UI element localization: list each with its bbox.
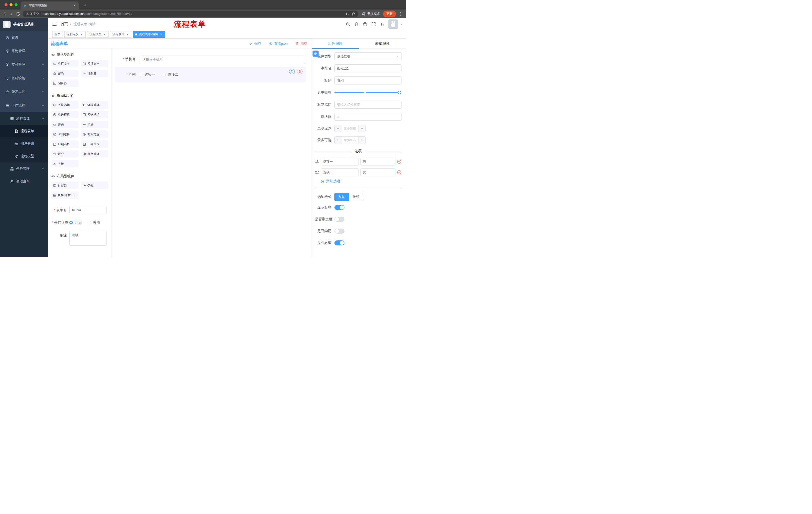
zoom-window-button[interactable] — [14, 3, 18, 6]
reload-button[interactable] — [16, 12, 20, 16]
minimize-window-button[interactable] — [9, 3, 12, 6]
palette-item[interactable]: 滑块 — [81, 121, 108, 128]
palette-item[interactable]: 表格[开发中] — [51, 191, 79, 199]
palette-item[interactable]: 单行文本 — [51, 60, 79, 67]
save-button[interactable]: 保存 — [249, 42, 261, 46]
sidebar-item-task-mgmt[interactable]: 任务管理 — [0, 162, 48, 175]
back-button[interactable] — [3, 12, 7, 16]
palette-item[interactable]: 123计数器 — [81, 70, 108, 77]
sidebar-item-leave-query[interactable]: 请假查询 — [0, 175, 48, 188]
style-default-button[interactable]: 默认 — [335, 193, 349, 201]
checkbox-option-1[interactable]: 选项一 — [139, 73, 155, 77]
user-menu-caret-icon[interactable] — [400, 23, 403, 26]
delete-field-button[interactable] — [297, 69, 302, 74]
component-type-select[interactable]: 多选框组 — [335, 52, 402, 60]
tag-close-icon[interactable]: × — [126, 33, 129, 36]
min-select-value[interactable]: 至少应选 — [342, 125, 358, 132]
palette-item[interactable]: 级联选择 — [81, 101, 108, 109]
palette-item[interactable]: 密码 — [51, 70, 79, 77]
password-manager-icon[interactable] — [345, 12, 349, 16]
new-tab-button[interactable]: + — [82, 2, 88, 8]
palette-item[interactable]: 时间选择 — [51, 131, 79, 138]
bookmark-star-icon[interactable] — [351, 12, 355, 16]
canvas-field-phone[interactable]: 手机号 — [115, 55, 306, 64]
tag-process-form[interactable]: 流程表单× — [110, 31, 132, 38]
clear-button[interactable]: 清空 — [295, 42, 308, 46]
palette-item[interactable]: 开关 — [51, 121, 79, 128]
forward-button[interactable] — [9, 12, 14, 16]
breadcrumb-root[interactable]: 首页 — [61, 22, 68, 26]
sidebar-item-system[interactable]: 系统管理 — [0, 44, 48, 58]
palette-item[interactable]: 多选框组 — [81, 111, 108, 118]
palette-item[interactable]: 颜色选择 — [81, 150, 108, 158]
browser-tab[interactable]: 芋道管理系统 × — [21, 1, 79, 9]
sidebar-item-process-model[interactable]: 流程模型 — [0, 150, 48, 162]
option-value-input[interactable] — [360, 158, 396, 165]
radio-open[interactable]: 开启 — [69, 220, 82, 225]
palette-item[interactable]: 按钮 — [81, 182, 108, 189]
address-bar[interactable]: 不安全 dashboard.yudao.iocoder.cn/bpm/manag… — [23, 10, 358, 17]
option-label-input[interactable] — [321, 168, 359, 176]
slider-track[interactable] — [335, 92, 400, 93]
max-select-value[interactable]: 最多可选 — [342, 137, 358, 143]
close-window-button[interactable] — [4, 3, 7, 6]
tag-process-model[interactable]: 流程模型× — [87, 31, 109, 38]
palette-item[interactable]: 上传 — [51, 160, 79, 167]
option-value-input[interactable] — [360, 168, 396, 176]
slider-handle[interactable] — [398, 91, 401, 94]
label-width-input[interactable] — [335, 101, 402, 109]
palette-item[interactable]: 日期选择 — [51, 140, 79, 148]
palette-item[interactable]: 行容器 — [51, 182, 79, 189]
decrease-button[interactable]: − — [335, 137, 342, 143]
fullscreen-icon[interactable] — [371, 22, 376, 26]
add-option-button[interactable]: 添加选项 — [321, 179, 402, 184]
browser-menu-icon[interactable] — [398, 12, 403, 16]
security-warning-badge[interactable]: 不安全 — [26, 12, 39, 16]
palette-item[interactable]: 时间范围 — [81, 131, 108, 138]
toggle-switch[interactable] — [335, 240, 344, 245]
remove-option-icon[interactable] — [397, 159, 402, 164]
link-icon-button[interactable] — [313, 51, 319, 57]
sidebar-item-process-mgmt[interactable]: 流程管理 — [0, 112, 48, 125]
help-icon[interactable] — [363, 22, 367, 26]
update-button[interactable]: 更新 — [383, 10, 396, 17]
remove-option-icon[interactable] — [397, 170, 402, 174]
canvas-field-gender[interactable]: 性别 选项一 选项二 — [115, 67, 306, 82]
palette-item[interactable]: 评分 — [51, 150, 79, 158]
tag-process-def[interactable]: 流程定义× — [64, 31, 86, 38]
palette-item[interactable]: 日期范围 — [81, 140, 108, 148]
drag-handle-icon[interactable] — [315, 160, 319, 164]
toggle-switch[interactable] — [335, 217, 344, 222]
sidebar-item-user-group[interactable]: 用户分组 — [0, 137, 48, 150]
checkbox-option-2[interactable]: 选项二 — [162, 73, 178, 77]
toggle-switch[interactable] — [335, 205, 344, 210]
sidebar-item-infra[interactable]: 基础设施 — [0, 72, 48, 85]
font-size-icon[interactable] — [380, 22, 384, 26]
default-value-input[interactable] — [335, 113, 402, 121]
tag-home[interactable]: 首页 — [52, 31, 63, 38]
sidebar-toggle-icon[interactable] — [52, 22, 57, 27]
palette-item[interactable]: 单选框组 — [51, 111, 79, 118]
decrease-button[interactable]: − — [335, 125, 342, 132]
view-json-button[interactable]: 查看json — [269, 42, 288, 46]
sidebar-item-workflow[interactable]: 工作流程 — [0, 99, 48, 112]
form-name-input[interactable] — [69, 206, 107, 214]
title-input[interactable] — [335, 77, 402, 84]
increase-button[interactable]: + — [358, 125, 365, 132]
grid-slider[interactable] — [335, 88, 402, 97]
radio-closed[interactable]: 关闭 — [88, 220, 100, 225]
tab-close-icon[interactable]: × — [72, 3, 76, 7]
field-name-input[interactable] — [335, 64, 402, 73]
app-logo[interactable]: 芋道管理系统 — [0, 18, 48, 31]
palette-item[interactable]: 下拉选择 — [51, 101, 79, 109]
drag-handle-icon[interactable] — [315, 170, 319, 174]
toggle-switch[interactable] — [335, 228, 344, 234]
phone-input[interactable] — [139, 55, 306, 64]
increase-button[interactable]: + — [358, 137, 365, 143]
sidebar-item-payment[interactable]: 支付管理 — [0, 58, 48, 72]
sidebar-item-devtools[interactable]: 研发工具 — [0, 85, 48, 99]
duplicate-field-button[interactable] — [289, 69, 295, 74]
tag-process-form-edit[interactable]: 流程表单-编辑× — [133, 31, 165, 38]
sidebar-item-process-form[interactable]: 流程表单 — [0, 125, 48, 137]
tag-close-icon[interactable]: × — [159, 33, 163, 36]
